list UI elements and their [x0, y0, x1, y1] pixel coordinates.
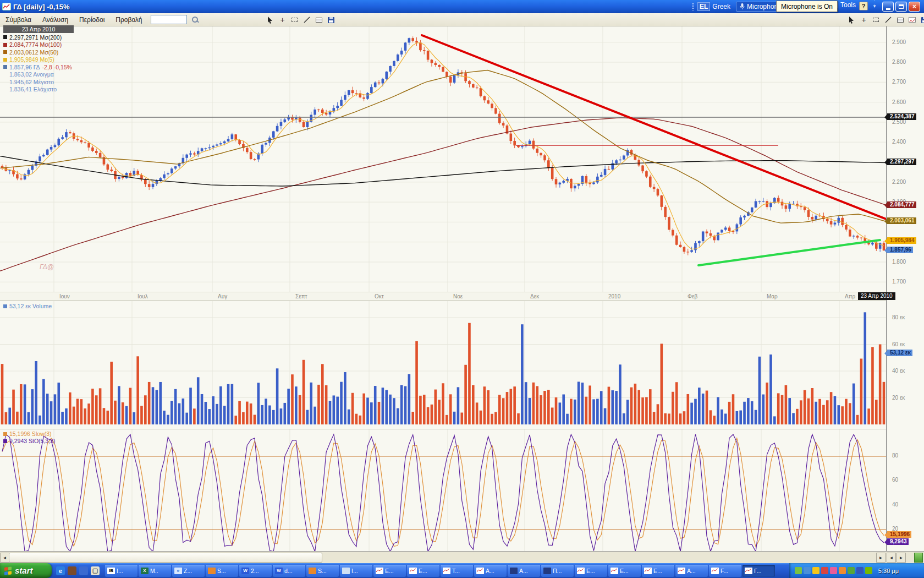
chart-icon[interactable]: [908, 15, 917, 25]
symbol-search-input[interactable]: [151, 15, 187, 24]
chart-window-icon: [678, 568, 685, 574]
restore-button[interactable]: [895, 2, 907, 12]
taskbar-button[interactable]: A...: [474, 565, 507, 577]
axis-price-tag: 15,1996: [887, 531, 911, 538]
taskbar-button[interactable]: S...: [306, 565, 339, 577]
legend-row: 1.857,96 ΓΔ -2,8 -0,15%: [3, 63, 74, 70]
axis-price-tag: 9,2943: [887, 538, 909, 545]
minimize-button[interactable]: [882, 2, 894, 12]
security-shield-icon[interactable]: [812, 567, 820, 574]
updates-icon[interactable]: [795, 567, 802, 574]
langbar-options-chevron[interactable]: ⁚▾: [871, 1, 878, 11]
stochastic-chart-canvas[interactable]: [0, 429, 886, 551]
mute-icon[interactable]: [821, 567, 828, 574]
menu-Σύμβολα[interactable]: Σύμβολα: [0, 15, 37, 25]
pattern-icon[interactable]: [895, 15, 905, 25]
monitor-icon: [543, 568, 551, 574]
legend-row: 2.297,2971 Μσ(200): [3, 33, 74, 41]
pointer-icon[interactable]: [847, 15, 856, 25]
axis-price-tag: 2.084,777: [887, 201, 916, 208]
scroll-right-button[interactable]: ►: [876, 553, 886, 563]
messenger-icon[interactable]: [804, 567, 811, 574]
media-doc-icon[interactable]: [839, 567, 846, 574]
show-desktop-icon[interactable]: ▢: [91, 566, 100, 575]
media-player-icon[interactable]: [79, 566, 88, 575]
volume-legend: 53,12 εκ Volume: [3, 303, 52, 309]
taskbar-button[interactable]: S...: [206, 565, 238, 577]
taskbar-clock[interactable]: 5:30 μμ: [878, 568, 899, 574]
taskbar-button[interactable]: XM..: [139, 565, 171, 577]
axis-tick: 1.800: [892, 259, 906, 265]
pointer-icon[interactable]: [266, 15, 275, 25]
month-label: Ιουλ: [138, 293, 148, 299]
crosshair-icon[interactable]: +: [278, 15, 287, 25]
browser-icon[interactable]: [68, 566, 76, 575]
menu-Ανάλυση[interactable]: Ανάλυση: [37, 15, 74, 25]
app-icon: [208, 568, 216, 574]
taskbar-button[interactable]: I...: [340, 565, 372, 577]
taskbar-button[interactable]: Wd...: [273, 565, 305, 577]
card-icon[interactable]: [314, 15, 323, 25]
taskbar-button[interactable]: W2...: [239, 565, 272, 577]
month-label: Ιουν: [59, 293, 70, 299]
taskbar-button[interactable]: eZ...: [172, 565, 205, 577]
close-button[interactable]: ×: [909, 2, 920, 12]
menu-bar: ΣύμβολαΑνάλυσηΠερίοδοιΠροβολή + +: [0, 13, 924, 26]
application-window: ΓΔ [daily] -0,15% EL Greek Microphone Mi…: [0, 0, 924, 578]
language-bar[interactable]: EL Greek Microphone: [692, 1, 785, 12]
taskbar: start e▢ IBI...XM..eZ...S...W2...Wd...S.…: [0, 563, 924, 578]
language-bar-grip[interactable]: [692, 3, 694, 10]
taskbar-button[interactable]: F...: [709, 565, 741, 577]
scroll-left-button[interactable]: ◄: [0, 553, 9, 563]
axis-tick: 2.900: [892, 39, 906, 45]
taskbar-button[interactable]: Π...: [541, 565, 574, 577]
scrollbar-thumb[interactable]: [9, 553, 322, 563]
vnc-icon[interactable]: [856, 567, 864, 574]
rectangle-icon[interactable]: [871, 15, 881, 25]
nvidia-icon[interactable]: [865, 567, 872, 574]
excel-icon: X: [141, 568, 148, 574]
chart-window-icon: [745, 568, 752, 574]
taskbar-button[interactable]: A...: [508, 565, 540, 577]
zoom-corner-button[interactable]: [914, 553, 923, 563]
axis-price-tag: 1.857,96: [887, 247, 913, 253]
taskbar-button[interactable]: E...: [407, 565, 439, 577]
taskbar-button[interactable]: E...: [575, 565, 607, 577]
axis-price-tag: 2.297,297: [887, 159, 916, 165]
ie-icon[interactable]: e: [56, 566, 65, 575]
taskbar-button[interactable]: A...: [675, 565, 708, 577]
month-label: Φεβ: [688, 293, 697, 299]
legend-date: 23 Απρ 2010: [3, 25, 74, 33]
rectangle-icon[interactable]: [290, 15, 299, 25]
taskbar-button[interactable]: E...: [642, 565, 674, 577]
legend-row: 1.945,62 Μέγιστο: [3, 78, 74, 85]
language-code[interactable]: EL: [697, 2, 710, 11]
stochastic-fast-legend: 9,2943 StO(5,3,3): [3, 438, 55, 444]
help-button[interactable]: ?: [859, 2, 868, 10]
pan-left-button[interactable]: ◄: [887, 553, 896, 563]
taskbar-button[interactable]: T...: [441, 565, 473, 577]
horizontal-scrollbar[interactable]: ◄ ► ◄ ►: [0, 551, 924, 563]
search-icon[interactable]: [191, 16, 199, 23]
start-button[interactable]: start: [0, 563, 52, 578]
legend-row: 1.905,9849 Με(5): [3, 56, 74, 63]
menu-Προβολή[interactable]: Προβολή: [110, 15, 147, 25]
trendline-icon[interactable]: [302, 15, 311, 25]
price-chart-canvas[interactable]: [0, 26, 886, 292]
menu-Περίοδοι[interactable]: Περίοδοι: [74, 15, 110, 25]
taskbar-button[interactable]: Γ...: [743, 565, 775, 577]
pan-right-button[interactable]: ►: [897, 553, 906, 563]
save-icon[interactable]: [326, 15, 336, 25]
taskbar-button[interactable]: IBI...: [105, 565, 138, 577]
heart-icon[interactable]: [830, 567, 837, 574]
volume-chart-canvas[interactable]: [0, 301, 886, 425]
antivirus-icon[interactable]: [848, 567, 855, 574]
taskbar-button[interactable]: E...: [373, 565, 406, 577]
taskbar-button[interactable]: E...: [608, 565, 641, 577]
monitor-icon: [510, 568, 518, 574]
save-icon[interactable]: [920, 15, 924, 25]
system-tray: 5:30 μμ: [789, 563, 924, 578]
crosshair-icon[interactable]: +: [859, 15, 868, 25]
trendline-icon[interactable]: [883, 15, 893, 25]
language-name[interactable]: Greek: [712, 3, 730, 10]
